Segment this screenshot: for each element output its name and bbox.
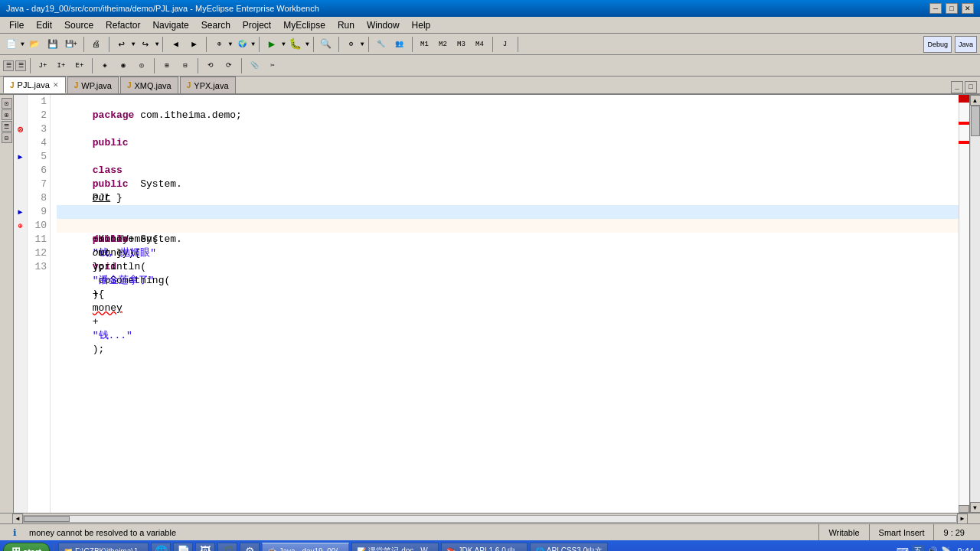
perspective-debug-btn[interactable]: Java	[955, 36, 977, 53]
nav-fwd-btn[interactable]: ▶	[185, 36, 202, 53]
status-icon: ℹ	[6, 524, 23, 541]
java-persp-btn[interactable]: J	[497, 36, 514, 53]
run-last-btn[interactable]: ▶	[263, 36, 280, 53]
menu-file[interactable]: File	[3, 18, 30, 32]
debug-last-btn[interactable]: 🐛	[287, 36, 304, 53]
taskbar-item-ie[interactable]: 🌐	[151, 543, 171, 551]
gutter-row-7	[14, 178, 27, 191]
tab-wp[interactable]: J WP.java	[67, 77, 119, 93]
menu-myeclipse[interactable]: MyEclipse	[277, 18, 332, 32]
run-arrow[interactable]: ▼	[282, 41, 286, 47]
myeclipse-btn4[interactable]: M4	[472, 36, 488, 53]
myeclipse-btn1[interactable]: M1	[416, 36, 433, 53]
code-line-8	[57, 191, 959, 205]
save-all-btn[interactable]: 💾+	[63, 36, 80, 53]
t2-btn7[interactable]: ⟳	[220, 57, 237, 74]
external-tools-btn[interactable]: 🔧	[373, 36, 390, 53]
menu-search[interactable]: Search	[195, 18, 237, 32]
open-type-btn[interactable]: ⊕	[211, 36, 227, 53]
perspective-btn[interactable]: 🌍	[234, 36, 250, 53]
menu-window[interactable]: Window	[361, 18, 406, 32]
print-btn[interactable]: 🖨	[88, 36, 105, 53]
open-type-arrow[interactable]: ▼	[228, 41, 232, 47]
redo-btn[interactable]: ↪	[137, 36, 154, 53]
tab-xmq[interactable]: J XMQ.java	[120, 77, 178, 93]
h-scroll-right-btn[interactable]: ▶	[957, 514, 968, 524]
new-enum-btn[interactable]: E+	[71, 57, 88, 74]
perspective-java-btn[interactable]: Debug	[923, 36, 952, 53]
new-interface-btn[interactable]: I+	[53, 57, 70, 74]
t2-btn9[interactable]: ✂	[264, 57, 281, 74]
left-panel-btn1[interactable]: ⊡	[2, 98, 12, 109]
close-btn[interactable]: ✕	[962, 3, 974, 14]
code-area[interactable]: package com.itheima.demo; public class P…	[51, 95, 959, 513]
h-scroll-thumb[interactable]	[24, 516, 70, 522]
tab-ypx[interactable]: J YPX.java	[180, 77, 236, 93]
h-scroll-track[interactable]	[23, 515, 957, 523]
menu-edit[interactable]: Edit	[30, 18, 58, 32]
menu-source[interactable]: Source	[58, 18, 100, 32]
system-tray: ⌨ 五 🔊 📡 9:44	[897, 545, 977, 551]
tab-pjl-close[interactable]: ✕	[53, 81, 59, 89]
misc-btn[interactable]: ⚙	[343, 36, 360, 53]
taskbar-item-music[interactable]: 🎵	[217, 543, 237, 551]
menu-help[interactable]: Help	[406, 18, 437, 32]
panel-toggle-2[interactable]: ☰	[15, 60, 26, 71]
taskbar-item-java[interactable]: ☕ Java - day19_00/...	[262, 543, 349, 551]
taskbar-item-jdk[interactable]: 📚 JDK API 1.6.0 中...	[441, 543, 527, 551]
panel-toggle-1[interactable]: ☰	[3, 60, 14, 71]
v-scroll-thumb[interactable]	[971, 106, 980, 136]
nav-back-btn[interactable]: ◀	[167, 36, 184, 53]
left-panel-btn3[interactable]: ☰	[2, 121, 12, 132]
t2-btn4[interactable]: ⊞	[158, 57, 175, 74]
taskbar-item-word[interactable]: 📝 课堂笔记.doc - W...	[351, 543, 439, 551]
t2-btn1[interactable]: ◈	[96, 57, 113, 74]
t2-sep2	[92, 58, 93, 73]
t2-btn3[interactable]: ◎	[133, 57, 150, 74]
tab-pjl[interactable]: J PJL.java ✕	[3, 77, 66, 93]
misc-arrow[interactable]: ▼	[361, 41, 364, 47]
start-button[interactable]: ⊞ start	[3, 543, 50, 551]
new-file-arrow[interactable]: ▼	[21, 41, 24, 47]
menu-navigate[interactable]: Navigate	[146, 18, 194, 32]
t2-btn6[interactable]: ⟲	[202, 57, 219, 74]
left-panel-btn2[interactable]: ⊞	[2, 109, 12, 120]
menu-refactor[interactable]: Refactor	[100, 18, 146, 32]
taskbar-item-misc[interactable]: ⚙	[240, 543, 260, 551]
search-btn[interactable]: 🔍	[318, 36, 335, 53]
title-text: Java - day19_00/src/com/itheima/demo/PJL…	[6, 4, 319, 13]
save-btn[interactable]: 💾	[44, 36, 61, 53]
maximize-btn[interactable]: □	[946, 3, 958, 14]
left-panel-btn4[interactable]: ⊟	[2, 132, 12, 143]
taskbar-item-explorer[interactable]: 📁 F:\CZBK\itheima\J...	[58, 543, 149, 551]
new-file-btn[interactable]: 📄	[3, 36, 20, 53]
tab-maximize-btn[interactable]: □	[965, 81, 977, 93]
debug-arrow[interactable]: ▼	[305, 41, 309, 47]
taskbar-item-css[interactable]: 🌐 API CSS3.0中文	[530, 543, 608, 551]
undo-arrow[interactable]: ▼	[132, 41, 136, 47]
v-scrollbar[interactable]: ▲ ▼	[969, 95, 980, 513]
redo-arrow[interactable]: ▼	[155, 41, 159, 47]
team-btn[interactable]: 👥	[391, 36, 408, 53]
t2-btn8[interactable]: 📎	[246, 57, 263, 74]
t2-btn5[interactable]: ⊟	[177, 57, 194, 74]
v-scroll-track[interactable]	[971, 106, 980, 502]
minimize-btn[interactable]: ─	[929, 3, 942, 14]
new-java-btn[interactable]: J+	[34, 57, 51, 74]
taskbar-item-doc[interactable]: 📄	[173, 543, 193, 551]
taskbar-item-photo[interactable]: 🖼	[195, 543, 215, 551]
menu-project[interactable]: Project	[237, 18, 277, 32]
t2-btn2[interactable]: ◉	[115, 57, 132, 74]
tab-minimize-btn[interactable]: _	[951, 81, 963, 93]
undo-btn[interactable]: ↩	[113, 36, 130, 53]
v-scroll-up-btn[interactable]: ▲	[970, 95, 981, 106]
menu-run[interactable]: Run	[332, 18, 361, 32]
v-scroll-down-btn[interactable]: ▼	[970, 502, 981, 513]
open-btn[interactable]: 📂	[26, 36, 43, 53]
myeclipse-btn2[interactable]: M2	[435, 36, 452, 53]
tab-pjl-label: PJL.java	[18, 80, 50, 90]
h-scrollbar[interactable]: ◀ ▶	[0, 513, 980, 523]
h-scroll-left-btn[interactable]: ◀	[12, 514, 23, 524]
perspective-arrow[interactable]: ▼	[251, 41, 255, 47]
myeclipse-btn3[interactable]: M3	[453, 36, 470, 53]
